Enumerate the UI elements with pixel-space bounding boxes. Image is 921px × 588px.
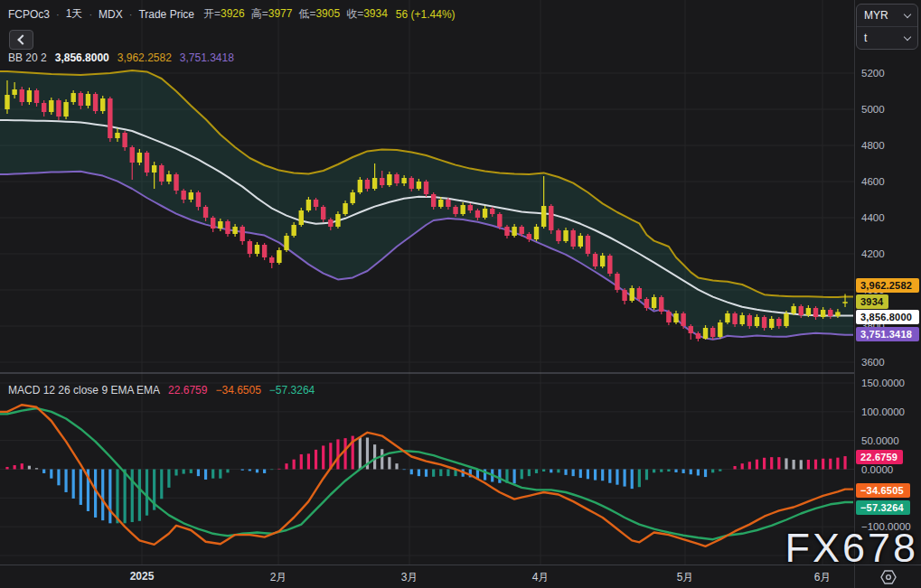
settings-hexagon-icon — [879, 569, 898, 585]
bollinger-bands — [0, 70, 853, 340]
price-tick: 5200 — [861, 68, 885, 79]
unit-selector: MYR t — [856, 4, 918, 50]
time-label: 2月 — [270, 570, 287, 585]
unit-select[interactable]: t — [857, 26, 917, 49]
price-tick: 3600 — [861, 357, 885, 368]
bb-upper-value: 3,962.2582 — [117, 51, 172, 64]
time-label: 3月 — [401, 570, 418, 585]
ohlc-field: 开=3926 — [203, 6, 245, 22]
macd-hist-value: 22.6759 — [168, 384, 207, 397]
back-button[interactable] — [9, 30, 33, 50]
symbol-name: FCPOc3 — [8, 8, 50, 21]
currency-value: MYR — [864, 9, 888, 22]
ohlc-values: 开=3926高=3977低=3905收=3934 — [203, 6, 388, 22]
price-tick: 4800 — [861, 140, 885, 151]
unit-value: t — [864, 32, 867, 44]
price-tick: 4600 — [861, 176, 885, 187]
macd-indicator-row: MACD 12 26 close 9 EMA EMA 22.6759 −34.6… — [8, 384, 315, 397]
time-label: 5月 — [677, 570, 694, 585]
interval-label: 1天 — [66, 6, 83, 22]
time-label: 2025 — [130, 570, 155, 583]
macd-layer — [0, 405, 853, 546]
macd-line-value: −34.6505 — [215, 384, 260, 397]
bb-basis-value: 3,856.8000 — [55, 51, 109, 64]
chevron-down-icon — [904, 10, 911, 17]
chevron-left-icon — [17, 34, 27, 44]
ohlc-field: 收=3934 — [346, 6, 388, 22]
currency-select[interactable]: MYR — [857, 5, 917, 26]
macd-tick: 50.0000 — [861, 435, 899, 446]
macd-badge: −34.6505 — [856, 483, 910, 498]
watermark: FX678 — [785, 527, 918, 568]
separator-dot: · — [89, 9, 92, 20]
macd-badge: −57.3264 — [856, 500, 910, 515]
macd-tick: 150.0000 — [861, 378, 905, 388]
symbol-header: FCPOc3 · 1天 · MDX · Trade Price 开=3926高=… — [8, 6, 456, 22]
ohlc-field: 低=3905 — [298, 6, 340, 22]
macd-signal-value: −57.3264 — [269, 384, 315, 397]
change-value: 56 (+1.44%) — [396, 8, 456, 21]
price-tick: 5000 — [861, 104, 885, 115]
bb-lower-value: 3,751.3418 — [180, 51, 234, 64]
price-badge: 3,856.8000 — [856, 310, 919, 324]
price-axis[interactable]: 520050004800460044004200400038003600150.… — [854, 0, 921, 565]
separator-dot: · — [129, 9, 133, 20]
macd-badge: 22.6759 — [856, 450, 903, 464]
price-tick: 4400 — [861, 212, 885, 223]
price-badge: 3,962.2582 — [856, 278, 919, 293]
macd-tick: 0.0000 — [861, 464, 893, 475]
price-badge: 3934 — [856, 294, 888, 309]
chevron-down-icon — [904, 33, 911, 40]
time-label: 4月 — [532, 570, 550, 585]
time-axis[interactable]: 20252月3月4月5月6月 — [0, 565, 854, 588]
bb-label: BB 20 2 — [8, 51, 47, 64]
price-badge: 3,751.3418 — [856, 327, 919, 341]
macd-label: MACD 12 26 close 9 EMA EMA — [8, 384, 160, 397]
separator-dot: · — [56, 9, 60, 20]
exchange-label: MDX — [99, 8, 123, 21]
price-tick: 4200 — [861, 248, 885, 259]
bb-indicator-row: BB 20 2 3,856.8000 3,962.2582 3,751.3418 — [8, 51, 234, 64]
chart-canvas[interactable] — [0, 0, 854, 565]
ohlc-field: 高=3977 — [251, 6, 293, 22]
macd-tick: 100.0000 — [861, 406, 905, 417]
time-label: 6月 — [814, 570, 832, 585]
series-label: Trade Price — [138, 8, 194, 21]
chart-app: FCPOc3 · 1天 · MDX · Trade Price 开=3926高=… — [0, 0, 921, 588]
